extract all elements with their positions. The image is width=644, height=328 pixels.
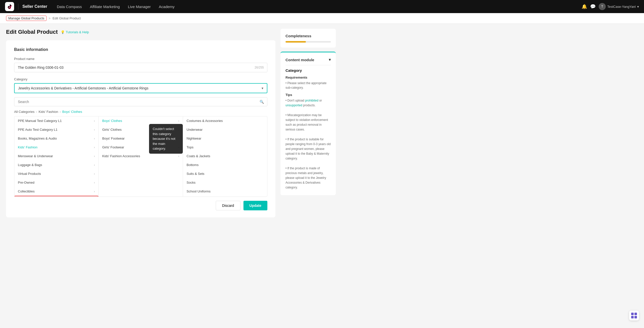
- progress-bar-fill: [285, 41, 306, 43]
- top-navigation: Seller Center Data Compass Affiliate Mar…: [0, 0, 644, 13]
- category-item[interactable]: PPE Auto Test Category L1›: [14, 125, 98, 134]
- category-col-1: PPE Manual Test Category L1›PPE Auto Tes…: [14, 116, 99, 196]
- content-module-card: Content module ▾ Category Requirements •…: [280, 52, 336, 195]
- category-select-wrapper: Jewelry Accessories & Derivatives - Arti…: [14, 83, 267, 93]
- nav-affiliate-marketing[interactable]: Affiliate Marketing: [86, 3, 123, 10]
- category-item[interactable]: Collectibles›: [14, 187, 98, 196]
- category-label: Category: [14, 77, 267, 81]
- category-item-chevron-icon: ›: [94, 181, 95, 184]
- page-title: Edit Global Product: [6, 29, 58, 35]
- product-name-label: Product name: [14, 57, 267, 61]
- category-item[interactable]: Kids' Fashion›: [14, 143, 98, 152]
- char-count: 26/255: [255, 66, 264, 69]
- help-icon: 💡: [61, 30, 65, 34]
- category-tooltip: Couldn't select this category because it…: [149, 124, 183, 154]
- breadcrumb-current-page: Edit Global Product: [53, 16, 81, 20]
- prohibited-link[interactable]: prohibited: [305, 99, 318, 102]
- cat-level3-link[interactable]: Boys' Clothes: [62, 110, 82, 114]
- product-name-input[interactable]: [14, 63, 267, 72]
- content-module-header: Content module ▾: [285, 57, 331, 62]
- cat-level2-link[interactable]: Kids' Fashion: [39, 110, 58, 114]
- category-search-input[interactable]: [14, 97, 267, 106]
- category-item[interactable]: Nightwear: [183, 134, 267, 143]
- category-item-chevron-icon: ›: [94, 119, 95, 123]
- unsupported-link[interactable]: unsupported: [285, 104, 302, 107]
- nav-academy[interactable]: Academy: [155, 3, 178, 10]
- tips-content: • Don't upload prohibited or unsupported…: [285, 98, 331, 190]
- category-search-wrapper: 🔍: [14, 97, 267, 106]
- basic-info-title: Basic information: [14, 47, 267, 52]
- content-module-title: Content module: [285, 58, 314, 62]
- breadcrumb-separator: >: [49, 16, 51, 20]
- discard-button[interactable]: Discard: [216, 201, 240, 210]
- cat-sep1: ›: [36, 110, 37, 114]
- category-item-chevron-icon: ›: [94, 137, 95, 140]
- category-select-text: Jewelry Accessories & Derivatives - Arti…: [18, 86, 262, 90]
- user-chevron-icon: ▾: [637, 5, 639, 9]
- avatar: T: [599, 3, 606, 10]
- search-icon: 🔍: [260, 100, 264, 104]
- grid-dot-2: [634, 313, 637, 315]
- chat-icon[interactable]: 💬: [590, 4, 596, 9]
- category-item[interactable]: PPE Manual Test Category L1›: [14, 116, 98, 125]
- category-path-breadcrumb: All Categories › Kids' Fashion › Boys' C…: [14, 110, 267, 114]
- tiktok-logo-icon: [5, 2, 14, 11]
- category-item-chevron-icon: ›: [178, 119, 179, 123]
- category-item[interactable]: Socks: [183, 178, 267, 187]
- content-module-chevron-icon[interactable]: ▾: [329, 57, 331, 62]
- nav-data-compass[interactable]: Data Compass: [53, 3, 85, 10]
- category-item[interactable]: Suits & Sets: [183, 169, 267, 178]
- main-content: Edit Global Product 💡 Tutorials & Help B…: [6, 29, 275, 321]
- category-item[interactable]: Books, Magazines & Audio›: [14, 134, 98, 143]
- category-col-3: Costumes & AccessoriesUnderwearNightwear…: [183, 116, 267, 196]
- cat-all-link[interactable]: All Categories: [14, 110, 34, 114]
- category-item[interactable]: School Uniforms: [183, 187, 267, 196]
- category-item[interactable]: Coats & Jackets: [183, 152, 267, 160]
- category-item[interactable]: Bottoms: [183, 160, 267, 169]
- tips-title: Tips: [285, 93, 331, 97]
- category-item-chevron-icon: ›: [94, 190, 95, 193]
- progress-bar: [285, 41, 331, 43]
- category-item-chevron-icon: ›: [178, 154, 179, 158]
- category-item-chevron-icon: ›: [94, 172, 95, 176]
- user-menu[interactable]: T TestCase-YangYanl ▾: [599, 3, 639, 10]
- grid-dot-4: [634, 316, 637, 318]
- category-chevron-icon: ▾: [262, 86, 263, 90]
- username-label: TestCase-YangYanl: [607, 5, 636, 9]
- category-item[interactable]: Underwear: [183, 125, 267, 134]
- category-columns: PPE Manual Test Category L1›PPE Auto Tes…: [14, 116, 267, 197]
- category-item[interactable]: Virtual Products›: [14, 169, 98, 178]
- basic-info-card: Basic information Product name 26/255 Ca…: [6, 40, 275, 217]
- logo-area[interactable]: Seller Center: [5, 2, 47, 11]
- category-item[interactable]: Menswear & Underwear›: [14, 152, 98, 160]
- seller-center-label: Seller Center: [22, 4, 47, 9]
- category-item-chevron-icon: ›: [94, 154, 95, 158]
- category-item-chevron-icon: ›: [94, 163, 95, 167]
- update-button[interactable]: Update: [243, 201, 267, 210]
- category-item[interactable]: Costumes & Accessories: [183, 116, 267, 125]
- breadcrumb: Manage Global Products > Edit Global Pro…: [0, 13, 644, 24]
- nav-right-area: 🔔 💬 T TestCase-YangYanl ▾: [582, 3, 639, 10]
- category-item-chevron-icon: ›: [94, 128, 95, 132]
- category-item[interactable]: Jewelry Accessories & Derivatives›: [14, 196, 98, 196]
- category-item[interactable]: Pre-Owned›: [14, 178, 98, 187]
- tutorials-help-link[interactable]: 💡 Tutorials & Help: [61, 30, 89, 34]
- breadcrumb-manage-products-link[interactable]: Manage Global Products: [6, 16, 47, 21]
- grid-dot-1: [631, 313, 634, 315]
- category-item-chevron-icon: ›: [94, 146, 95, 149]
- category-item[interactable]: Luggage & Bags›: [14, 160, 98, 169]
- requirements-title: Requirements: [285, 76, 331, 79]
- nav-live-manager[interactable]: Live Manager: [124, 3, 154, 10]
- category-item[interactable]: Tops: [183, 143, 267, 152]
- grid-icon-button[interactable]: [629, 311, 639, 320]
- category-select[interactable]: Jewelry Accessories & Derivatives - Arti…: [14, 83, 267, 93]
- cat-sep2: ›: [60, 110, 61, 114]
- grid-dot-3: [631, 316, 634, 318]
- product-name-wrapper: 26/255: [14, 63, 267, 72]
- completeness-card: Completeness: [280, 29, 336, 48]
- notification-bell-icon[interactable]: 🔔: [582, 4, 587, 9]
- category-panel-title: Category: [285, 68, 331, 73]
- requirements-text: • Please select the appropriate sub-cate…: [285, 81, 331, 90]
- completeness-title: Completeness: [285, 34, 331, 38]
- right-sidebar: Completeness Content module ▾ Category R…: [280, 29, 336, 321]
